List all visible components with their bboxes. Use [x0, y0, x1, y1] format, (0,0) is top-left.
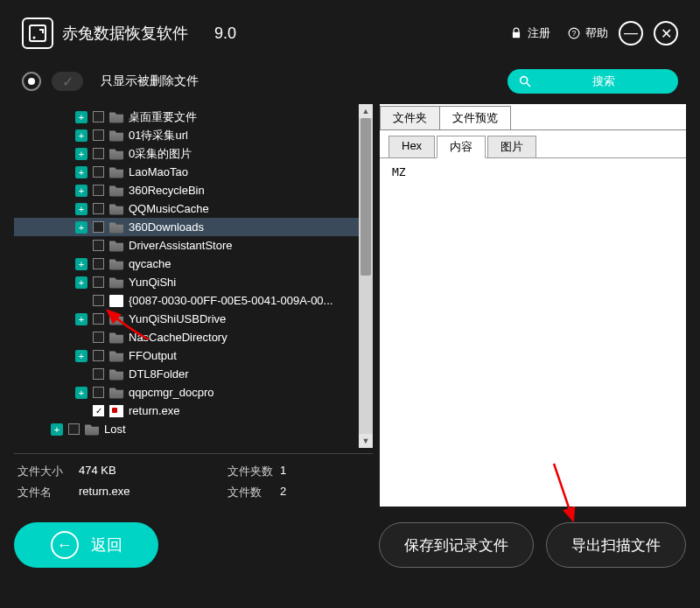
register-label: 注册 — [528, 25, 550, 41]
tree-item[interactable]: +qqpcmgr_docpro — [14, 383, 373, 402]
folder-icon — [109, 313, 123, 325]
folder-icon — [109, 185, 123, 197]
tree-checkbox[interactable] — [93, 387, 104, 398]
tree-item[interactable]: +桌面重要文件 — [14, 108, 373, 126]
svg-point-1 — [33, 37, 36, 39]
tree-checkbox[interactable] — [93, 240, 104, 251]
tree-checkbox[interactable] — [93, 166, 104, 178]
tree-checkbox[interactable]: ✓ — [93, 405, 104, 416]
back-label: 返回 — [91, 535, 122, 556]
tree-item-label: Lost — [104, 423, 126, 436]
tree-item-label: qycache — [129, 257, 171, 270]
expand-toggle[interactable]: + — [75, 185, 88, 197]
tree-item-label: LaoMaoTao — [129, 165, 188, 178]
tree-item-label: YunQiShi — [129, 276, 176, 289]
folder-icon — [109, 129, 123, 142]
tree-panel: +桌面重要文件+01待采集url+0采集的图片+LaoMaoTao+360Rec… — [14, 104, 373, 507]
tree-item[interactable]: +360RecycleBin — [14, 181, 373, 199]
tree-checkbox[interactable] — [93, 185, 104, 196]
expand-toggle[interactable]: + — [75, 203, 88, 215]
lock-icon — [510, 27, 522, 39]
filter-toggle[interactable]: ✓ — [52, 72, 83, 91]
app-logo-icon — [22, 17, 53, 49]
expand-toggle — [75, 240, 88, 252]
folders-value: 1 — [280, 464, 286, 479]
preview-tabs-primary: 文件夹文件预览 — [380, 104, 686, 130]
tree-checkbox[interactable] — [93, 368, 104, 380]
tree-item-label: NasCacheDirectory — [129, 331, 228, 344]
tree-item[interactable]: +360Downloads — [14, 218, 373, 236]
tree-checkbox[interactable] — [93, 295, 104, 306]
tree-checkbox[interactable] — [93, 313, 104, 325]
tree-item[interactable]: +Lost — [14, 420, 373, 438]
file-tree[interactable]: +桌面重要文件+01待采集url+0采集的图片+LaoMaoTao+360Rec… — [14, 104, 373, 442]
folder-icon — [109, 276, 123, 289]
tree-item[interactable]: ✓return.exe — [14, 402, 373, 420]
expand-toggle[interactable]: + — [75, 258, 88, 270]
tree-checkbox[interactable] — [93, 203, 104, 214]
filter-radio[interactable] — [22, 72, 41, 91]
expand-toggle[interactable]: + — [75, 350, 88, 362]
scroll-thumb[interactable] — [360, 118, 371, 276]
expand-toggle[interactable]: + — [75, 111, 88, 123]
tree-item[interactable]: +YunQiShiUSBDrive — [14, 310, 373, 328]
tree-item[interactable]: +QQMusicCache — [14, 199, 373, 218]
tree-checkbox[interactable] — [93, 276, 104, 288]
tree-item[interactable]: +YunQiShi — [14, 273, 373, 291]
back-arrow-icon: ← — [51, 531, 79, 559]
tree-item[interactable]: +LaoMaoTao — [14, 163, 373, 181]
expand-toggle[interactable]: + — [75, 148, 88, 160]
close-button[interactable]: ✕ — [654, 21, 678, 45]
size-label: 文件大小 — [18, 464, 79, 479]
expand-toggle[interactable]: + — [75, 129, 88, 142]
tree-checkbox[interactable] — [68, 423, 80, 435]
preview-tab-secondary[interactable]: 图片 — [487, 136, 536, 157]
tree-item[interactable]: +0采集的图片 — [14, 144, 373, 163]
folder-icon — [109, 387, 123, 399]
tree-item[interactable]: {0087-0030-00FF-00E5-0041-009A-00... — [14, 291, 373, 310]
tree-checkbox[interactable] — [93, 258, 104, 269]
tree-item[interactable]: +FFOutput — [14, 346, 373, 365]
scroll-down-button[interactable]: ▼ — [359, 434, 373, 448]
tree-checkbox[interactable] — [93, 332, 104, 343]
tree-checkbox[interactable] — [93, 350, 104, 361]
tree-item[interactable]: NasCacheDirectory — [14, 328, 373, 346]
tree-item-label: 桌面重要文件 — [129, 109, 197, 125]
help-link[interactable]: ? 帮助 — [568, 25, 608, 41]
tree-checkbox[interactable] — [93, 148, 104, 159]
folder-icon — [109, 166, 123, 178]
minimize-button[interactable]: — — [619, 21, 643, 45]
expand-toggle[interactable]: + — [51, 423, 63, 436]
tree-item-label: 360RecycleBin — [129, 184, 205, 197]
preview-tab-primary[interactable]: 文件预览 — [439, 106, 511, 129]
expand-toggle[interactable]: + — [75, 221, 88, 234]
preview-tab-primary[interactable]: 文件夹 — [380, 106, 440, 129]
tree-item[interactable]: +01待采集url — [14, 126, 373, 144]
folder-icon — [109, 148, 123, 160]
expand-toggle[interactable]: + — [75, 313, 88, 325]
expand-toggle[interactable]: + — [75, 387, 88, 399]
search-button[interactable]: 搜索 — [508, 69, 678, 94]
export-scan-button[interactable]: 导出扫描文件 — [546, 522, 686, 568]
back-button[interactable]: ← 返回 — [14, 522, 158, 568]
tree-scrollbar[interactable]: ▲ ▼ — [359, 104, 373, 448]
save-record-label: 保存到记录文件 — [404, 535, 508, 556]
search-label: 搜索 — [539, 73, 668, 89]
tree-checkbox[interactable] — [93, 221, 104, 233]
tree-item-label: DTL8Folder — [129, 367, 189, 381]
scroll-up-button[interactable]: ▲ — [359, 104, 373, 118]
tree-item[interactable]: DriverAssistantStore — [14, 236, 373, 255]
tree-item[interactable]: DTL8Folder — [14, 365, 373, 383]
preview-tab-secondary[interactable]: Hex — [388, 136, 435, 157]
expand-toggle[interactable]: + — [75, 276, 88, 289]
tree-item-label: qqpcmgr_docpro — [129, 386, 214, 399]
save-record-button[interactable]: 保存到记录文件 — [379, 522, 534, 568]
tree-item-label: QQMusicCache — [129, 202, 209, 215]
expand-toggle[interactable]: + — [75, 166, 88, 178]
tree-checkbox[interactable] — [93, 111, 104, 122]
main-split: +桌面重要文件+01待采集url+0采集的图片+LaoMaoTao+360Rec… — [0, 104, 700, 507]
preview-tab-secondary[interactable]: 内容 — [437, 136, 486, 158]
tree-item[interactable]: +qycache — [14, 255, 373, 273]
tree-checkbox[interactable] — [93, 129, 104, 141]
register-link[interactable]: 注册 — [510, 25, 550, 41]
